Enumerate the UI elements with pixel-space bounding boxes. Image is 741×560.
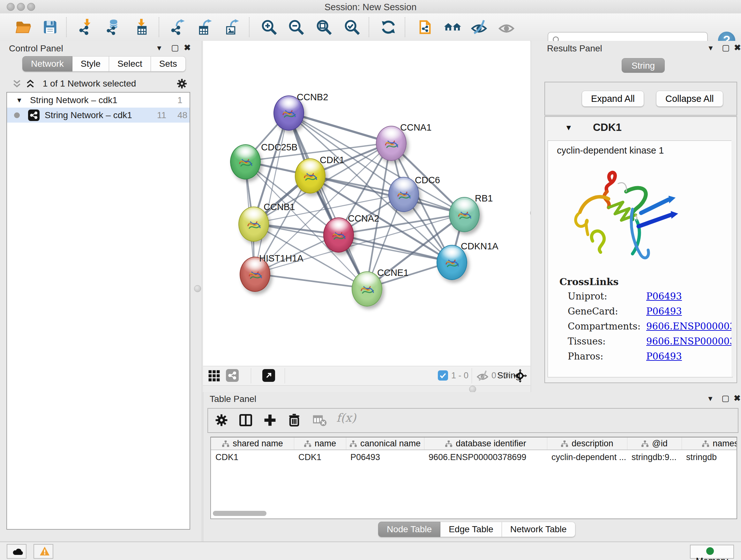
network-node-cdc6[interactable] [388, 177, 419, 212]
column-header-databaseidentifier[interactable]: database identifier [424, 437, 547, 449]
table-cell[interactable]: stringdb:9... [627, 451, 682, 463]
cloud-icon [12, 546, 23, 556]
undock-panel-icon[interactable]: ▢ [171, 43, 179, 53]
column-type-icon [304, 440, 312, 447]
left-splitter-handle[interactable] [194, 285, 201, 292]
column-header-id[interactable]: @id [627, 437, 682, 449]
column-header-name[interactable]: name [294, 437, 346, 449]
add-column-button[interactable] [262, 413, 278, 428]
zoom-selected-button[interactable] [343, 18, 361, 37]
show-eye-button[interactable] [497, 18, 516, 37]
refresh-layout-button[interactable] [379, 18, 398, 37]
open-session-button[interactable] [14, 18, 32, 37]
float-panel-icon[interactable]: ▼ [156, 44, 163, 52]
column-header-sharedname[interactable]: shared name [211, 437, 294, 449]
network-collection-row[interactable]: ▼ String Network – cdk1 1 [7, 92, 190, 108]
table-cell[interactable]: P06493 [346, 451, 424, 463]
homes-icon-button[interactable] [442, 18, 463, 37]
memory-button[interactable]: Memory [690, 545, 734, 559]
tab-sets[interactable]: Sets [151, 56, 186, 71]
warning-status-button[interactable] [33, 544, 53, 559]
crosslink-link[interactable]: P06493 [646, 291, 682, 302]
tab-node-table[interactable]: Node Table [378, 522, 441, 537]
close-panel-icon[interactable]: ✖ [734, 393, 741, 403]
tab-edge-table[interactable]: Edge Table [441, 522, 502, 537]
crosslink-label: Pharos: [568, 351, 603, 362]
show-columns-button[interactable] [238, 413, 253, 428]
crosslink-link[interactable]: 9606.ENSP00000378699 [646, 336, 733, 347]
hide-unselected-eye-button[interactable] [470, 18, 488, 37]
node-table[interactable]: shared namenamecanonical namedatabase id… [210, 437, 737, 519]
column-type-icon [222, 440, 229, 447]
collection-expander-icon[interactable]: ▼ [16, 92, 23, 108]
table-cell[interactable]: stringdb [682, 451, 737, 463]
collapse-all-button[interactable]: Collapse All [656, 91, 723, 107]
float-panel-icon[interactable]: ▼ [707, 44, 714, 52]
birds-eye-view-icon[interactable] [208, 370, 220, 382]
network-edge[interactable] [254, 273, 366, 288]
network-node-cdc25b[interactable] [230, 144, 261, 179]
horizontal-scrollbar[interactable] [212, 511, 735, 516]
crosslink-link[interactable]: P06493 [646, 351, 682, 362]
crosshair-icon[interactable] [513, 369, 527, 383]
close-panel-icon[interactable]: ✖ [734, 43, 741, 53]
crosslink-link[interactable]: P06493 [646, 306, 682, 317]
gene-detail-box: cyclin-dependent kinase 1 CrossLinks Uni… [548, 140, 733, 377]
import-network-database-button[interactable] [105, 18, 123, 37]
section-expander-icon[interactable]: ▼ [565, 123, 572, 132]
file-network-button[interactable] [416, 18, 434, 37]
crosslink-link[interactable]: 9606.ENSP00000378699 [646, 321, 733, 332]
selected-checkbox-icon[interactable] [438, 370, 448, 381]
export-network-button[interactable] [169, 18, 188, 37]
network-overview-icon[interactable] [226, 369, 239, 382]
scrollbar-thumb[interactable] [213, 511, 266, 516]
undock-panel-icon[interactable]: ▢ [722, 43, 730, 53]
table-cell[interactable]: 9606.ENSP00000378699 [424, 451, 547, 463]
table-cell[interactable]: CDK1 [294, 451, 346, 463]
table-cell[interactable]: cyclin-dependent ... [547, 451, 627, 463]
column-type-icon [561, 440, 568, 447]
zoom-out-button[interactable] [287, 18, 306, 37]
export-table-button[interactable] [196, 18, 215, 37]
import-table-file-button[interactable] [132, 18, 151, 37]
vertical-scrollbar[interactable] [731, 140, 735, 377]
tab-style[interactable]: Style [72, 56, 109, 71]
zoom-fit-button[interactable] [315, 18, 333, 37]
function-builder-button[interactable]: f(x) [336, 411, 356, 424]
delete-column-button[interactable] [286, 413, 302, 428]
results-panel: Results Panel ▼ ▢ ✖ String Expand All Co… [531, 41, 741, 392]
save-session-button[interactable] [41, 18, 59, 37]
network-row-selected[interactable]: String Network – cdk1 11 48 [7, 108, 190, 123]
node-label: HIST1H1A [259, 253, 304, 264]
node-label: CDC25B [261, 142, 297, 152]
zoom-in-button[interactable] [260, 18, 278, 37]
network-options-gear-icon[interactable] [176, 78, 188, 89]
undock-panel-icon[interactable]: ▢ [722, 393, 730, 403]
float-panel-icon[interactable]: ▼ [707, 395, 714, 403]
status-bar: Memory [0, 542, 741, 560]
table-cell[interactable]: CDK1 [211, 451, 294, 463]
column-header-description[interactable]: description [547, 437, 627, 449]
cloud-status-button[interactable] [7, 544, 26, 559]
tab-string[interactable]: String [622, 58, 665, 73]
export-image-button[interactable] [223, 18, 242, 37]
tab-select[interactable]: Select [109, 56, 151, 71]
horizontal-splitter[interactable] [203, 386, 530, 392]
network-edge[interactable] [254, 112, 288, 273]
open-in-window-icon[interactable] [262, 369, 275, 382]
network-canvas[interactable]: CCNB2CCNA1CDC25BCDK1CDC6RB1CCNB1CCNA2CDK… [203, 41, 530, 366]
tab-network-table[interactable]: Network Table [502, 522, 576, 537]
column-header-namespace[interactable]: namespace [682, 437, 737, 449]
hidden-eye-icon[interactable] [476, 370, 489, 382]
table-options-gear-button[interactable] [214, 413, 229, 428]
window-title: Session: New Session [0, 2, 741, 12]
delete-table-button[interactable] [312, 413, 327, 428]
gene-section-header[interactable]: ▼ CDK1 [545, 117, 737, 140]
close-panel-icon[interactable]: ✖ [184, 43, 191, 53]
import-network-file-button[interactable] [77, 18, 96, 37]
column-header-canonicalname[interactable]: canonical name [346, 437, 424, 449]
expand-all-button[interactable]: Expand All [582, 91, 644, 107]
tab-network[interactable]: Network [22, 56, 72, 71]
horizontal-splitter-handle[interactable] [469, 386, 476, 393]
crosslink-row: Tissues: 9606.ENSP00000378699 [568, 336, 727, 351]
